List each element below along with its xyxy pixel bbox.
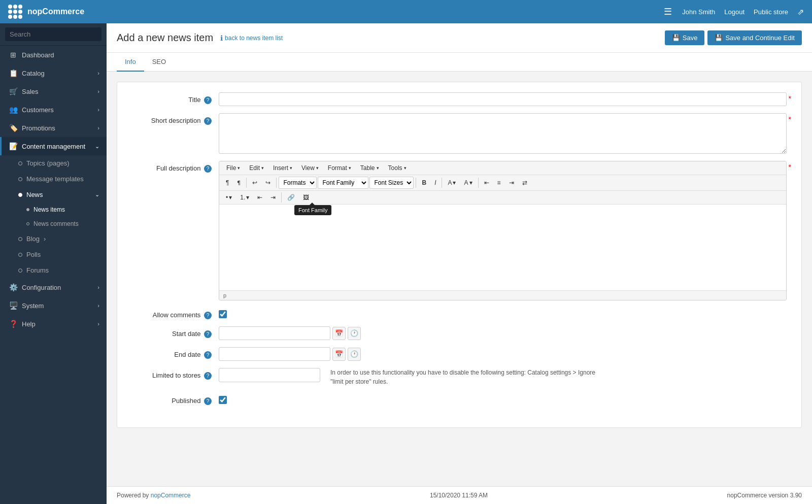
tabs-bar: Info SEO: [107, 53, 812, 72]
rte-outdent-btn[interactable]: ⇤: [254, 192, 266, 203]
top-navigation: nopCommerce ☰ John Smith Logout Public s…: [0, 0, 812, 23]
rte-ul-btn[interactable]: • ▾: [222, 192, 235, 203]
rte-bold-btn[interactable]: B: [418, 178, 430, 188]
allow-comments-checkbox[interactable]: [219, 310, 227, 318]
back-link[interactable]: ℹ back to news item list: [220, 34, 283, 42]
sidebar-item-dashboard[interactable]: ⊞ Dashboard: [0, 46, 107, 64]
sidebar-item-polls[interactable]: Polls: [0, 247, 107, 262]
sidebar-item-catalog[interactable]: 📋 Catalog ›: [0, 64, 107, 82]
caret-icon: ▾: [261, 165, 264, 171]
sidebar-item-blog[interactable]: Blog ›: [0, 231, 107, 247]
rte-undo-btn[interactable]: ↩: [249, 178, 261, 188]
limited-stores-help-icon[interactable]: ?: [204, 372, 212, 380]
sales-icon: 🛒: [9, 87, 18, 95]
end-date-calendar-btn[interactable]: 📅: [332, 348, 346, 361]
start-date-clock-btn[interactable]: 🕐: [348, 327, 361, 340]
rte-italic-btn[interactable]: I: [431, 178, 439, 188]
rte-menu-format[interactable]: Format ▾: [324, 163, 355, 173]
rte-bg-color-btn[interactable]: A ▾: [460, 178, 476, 188]
hamburger-menu[interactable]: ☰: [664, 6, 672, 17]
sidebar-item-content-management[interactable]: 📝 Content management ⌄: [0, 137, 107, 155]
sidebar-item-news-items[interactable]: News items: [0, 203, 107, 217]
rte-font-family-select[interactable]: Font Family: [318, 177, 368, 189]
rte-justify-btn[interactable]: ⇄: [519, 178, 531, 188]
rte-menu-table[interactable]: Table ▾: [356, 163, 383, 173]
system-icon: 🖥️: [9, 301, 18, 310]
end-date-label: End date ?: [127, 347, 219, 359]
start-date-calendar-btn[interactable]: 📅: [332, 327, 346, 340]
rte-align-center-btn[interactable]: ≡: [494, 178, 504, 188]
rte-text-color-btn[interactable]: A ▾: [444, 178, 459, 188]
chevron-right-icon: ›: [97, 321, 99, 327]
search-input[interactable]: [5, 27, 101, 41]
sidebar-item-promotions[interactable]: 🏷️ Promotions ›: [0, 119, 107, 137]
sidebar-item-label: Forums: [26, 266, 49, 274]
rte-menu-view[interactable]: View ▾: [297, 163, 323, 173]
end-date-input[interactable]: [219, 347, 330, 361]
short-desc-input[interactable]: [219, 113, 787, 154]
caret-icon: ▾: [404, 165, 407, 171]
sidebar-item-customers[interactable]: 👥 Customers ›: [0, 100, 107, 119]
end-date-wrap: 📅 🕐: [219, 347, 791, 361]
rte-redo-btn[interactable]: ↪: [262, 178, 274, 188]
start-date-help-icon[interactable]: ?: [204, 330, 212, 338]
end-date-clock-btn[interactable]: 🕐: [348, 348, 361, 361]
rte-formats-select[interactable]: Formats: [279, 177, 317, 189]
rte-image-btn[interactable]: 🖼: [299, 192, 313, 203]
rte-menu-edit[interactable]: Edit ▾: [245, 163, 268, 173]
dot-icon: [18, 161, 22, 165]
title-input[interactable]: [219, 92, 787, 106]
save-button[interactable]: 💾 Save: [665, 30, 705, 45]
start-date-input[interactable]: [219, 326, 330, 340]
tab-info[interactable]: Info: [117, 53, 144, 72]
caret-icon: ▾: [290, 165, 292, 171]
rte-paragraph-btn[interactable]: ¶: [222, 178, 232, 188]
rte-paragraph2-btn[interactable]: ¶̈: [233, 178, 244, 188]
rte-menu-tools[interactable]: Tools ▾: [384, 163, 411, 173]
public-store-link[interactable]: Public store: [754, 8, 788, 16]
share-icon[interactable]: ⇗: [797, 7, 804, 17]
save-continue-button[interactable]: 💾 Save and Continue Edit: [707, 30, 802, 45]
rte-font-size-select[interactable]: Font Sizes: [369, 177, 414, 189]
rte-menu-insert[interactable]: Insert ▾: [269, 163, 296, 173]
end-date-help-icon[interactable]: ?: [204, 351, 212, 359]
rte-link-btn[interactable]: 🔗: [284, 192, 298, 203]
sidebar-item-configuration[interactable]: ⚙️ Configuration ›: [0, 278, 107, 296]
sidebar-item-news[interactable]: News ⌄: [0, 187, 107, 203]
dot-sm-icon: [26, 208, 29, 211]
sidebar-item-system[interactable]: 🖥️ System ›: [0, 296, 107, 315]
published-label: Published ?: [127, 393, 219, 405]
rte-divider: [442, 178, 442, 188]
footer-brand-link[interactable]: nopCommerce: [151, 492, 191, 499]
full-desc-help-icon[interactable]: ?: [204, 165, 212, 173]
short-desc-help-icon[interactable]: ?: [204, 117, 212, 125]
sidebar-item-topics[interactable]: Topics (pages): [0, 155, 107, 171]
published-help-icon[interactable]: ?: [204, 397, 212, 405]
sidebar-item-help[interactable]: ❓ Help ›: [0, 315, 107, 333]
dot-icon: [18, 177, 22, 181]
rte-align-left-btn[interactable]: ⇤: [481, 178, 493, 188]
allow-comments-help-icon[interactable]: ?: [204, 312, 212, 319]
sidebar-item-label: Dashboard: [22, 51, 54, 59]
sidebar-item-news-comments[interactable]: News comments: [0, 217, 107, 231]
published-checkbox[interactable]: [219, 396, 227, 404]
sidebar-item-message-templates[interactable]: Message templates: [0, 171, 107, 187]
rte-body[interactable]: [219, 205, 786, 291]
footer-version: nopCommerce version 3.90: [727, 492, 802, 499]
rte-indent-btn[interactable]: ⇥: [267, 192, 279, 203]
sidebar-item-label: News: [26, 191, 43, 198]
logout-link[interactable]: Logout: [724, 8, 745, 16]
dashboard-icon: ⊞: [9, 51, 18, 59]
rte-menu-file[interactable]: File ▾: [222, 163, 244, 173]
sidebar-item-sales[interactable]: 🛒 Sales ›: [0, 82, 107, 100]
limited-stores-select[interactable]: [219, 368, 320, 382]
rte-ol-btn[interactable]: 1. ▾: [236, 192, 253, 203]
chevron-down-icon: ⌄: [95, 191, 99, 198]
customers-icon: 👥: [9, 106, 18, 114]
rte-align-right-btn[interactable]: ⇥: [505, 178, 518, 188]
catalog-icon: 📋: [9, 69, 18, 77]
chevron-right-icon: ›: [97, 88, 99, 94]
title-help-icon[interactable]: ?: [204, 96, 212, 104]
sidebar-item-forums[interactable]: Forums: [0, 262, 107, 278]
tab-seo[interactable]: SEO: [144, 53, 174, 72]
